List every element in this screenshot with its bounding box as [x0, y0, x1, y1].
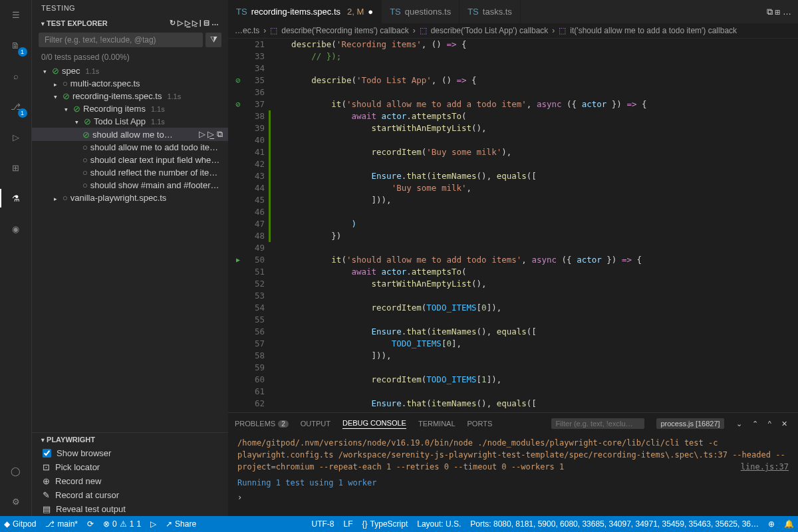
- extensions-icon[interactable]: ⊞: [7, 158, 25, 177]
- dirty-indicator: ●: [368, 7, 373, 17]
- test-explorer-title: TEST EXPLORER: [41, 19, 108, 27]
- tab-problems[interactable]: PROBLEMS2: [235, 420, 289, 428]
- tree-item[interactable]: ○should reflect the number of ite…: [32, 166, 228, 179]
- account-icon[interactable]: ◯: [7, 462, 25, 480]
- tree-item[interactable]: ⊘Recording items1.1s: [32, 102, 228, 115]
- sidebar: TESTING TEST EXPLORER ↻ ▷ ▷̲ ▷̤ | ⊟ … ⧩ …: [32, 0, 228, 516]
- status-gitpod[interactable]: ◆ Gitpod: [4, 519, 36, 529]
- tab-active[interactable]: TS recording-items.spec.ts2, M ●: [228, 0, 382, 23]
- code-editor[interactable]: ⊘⊘▶ 213334353637383940414243444546474849…: [228, 39, 798, 412]
- panel: PROBLEMS2 OUTPUT DEBUG CONSOLE TERMINAL …: [228, 412, 798, 516]
- test-filter-input[interactable]: [39, 33, 203, 47]
- tab-ports[interactable]: PORTS: [467, 420, 493, 428]
- status-debug-start[interactable]: ▷: [150, 519, 156, 529]
- pw-record-cursor[interactable]: ✎Record at cursor: [32, 488, 228, 502]
- tree-item[interactable]: ○should clear text input field whe…: [32, 154, 228, 166]
- ts-icon: TS: [236, 7, 247, 17]
- status-branch[interactable]: ⎇ main*: [45, 519, 78, 529]
- pw-pick-locator[interactable]: ⊡Pick locator: [32, 460, 228, 474]
- tab[interactable]: TStasks.ts: [460, 0, 521, 23]
- tab-bar: TS recording-items.spec.ts2, M ● TSquest…: [228, 0, 798, 23]
- explorer-icon[interactable]: 🗎1: [7, 36, 25, 55]
- github-icon[interactable]: ◉: [7, 219, 25, 238]
- tree-item[interactable]: ○multi-actor.spec.ts: [32, 77, 228, 90]
- pw-reveal-output[interactable]: ▤Reveal test output: [32, 502, 228, 516]
- debug-console-output: /home/gitpod/.nvm/versions/node/v16.19.0…: [228, 434, 798, 516]
- panel-filter-input[interactable]: [551, 418, 644, 429]
- tree-item-selected[interactable]: ⊘should allow me to… ▷ ▷̲ ⧉: [32, 128, 228, 141]
- status-layout[interactable]: Layout: U.S.: [417, 519, 461, 529]
- tree-root[interactable]: ⊘ spec1.1s: [32, 65, 228, 77]
- tree-item[interactable]: ⊘Todo List App1.1s: [32, 115, 228, 128]
- source-control-icon[interactable]: ⎇1: [7, 97, 25, 116]
- tree-item[interactable]: ○should allow me to add todo ite…: [32, 141, 228, 154]
- tab-terminal[interactable]: TERMINAL: [418, 420, 456, 428]
- tab-output[interactable]: OUTPUT: [301, 420, 331, 428]
- tree-item[interactable]: ○vanilla-playwright.spec.ts: [32, 192, 228, 204]
- playwright-title: PLAYWRIGHT: [41, 436, 95, 444]
- show-browser-checkbox[interactable]: [43, 449, 51, 458]
- status-live-share[interactable]: ⊕: [768, 519, 775, 529]
- record-icon: ⊕: [43, 476, 50, 486]
- status-ports[interactable]: Ports: 8080, 8181, 5900, 6080, 33685, 34…: [470, 519, 759, 529]
- tab-debug-console[interactable]: DEBUG CONSOLE: [342, 419, 406, 429]
- search-icon[interactable]: ⌕: [7, 66, 25, 85]
- tree-item[interactable]: ⊘recording-items.spec.ts1.1s: [32, 90, 228, 102]
- pw-show-browser[interactable]: Show browser: [32, 446, 228, 460]
- tests-passed: 0/0 tests passed (0.00%): [32, 50, 228, 65]
- breadcrumb[interactable]: …ec.ts › ⬚describe('Recording items') ca…: [228, 23, 798, 39]
- test-tree: ⊘ spec1.1s ○multi-actor.spec.ts ⊘recordi…: [32, 65, 228, 432]
- output-icon: ▤: [43, 504, 51, 514]
- locator-icon: ⊡: [43, 462, 50, 472]
- debug-prompt[interactable]: ›: [237, 489, 789, 503]
- testing-icon[interactable]: ⚗: [7, 189, 25, 207]
- status-share[interactable]: ↗ Share: [166, 519, 196, 529]
- status-encoding[interactable]: UTF-8: [312, 519, 334, 529]
- editor-actions[interactable]: ⧉ ⊞ …: [760, 7, 798, 17]
- pw-record-new[interactable]: ⊕Record new: [32, 474, 228, 488]
- tree-item-actions[interactable]: ▷ ▷̲ ⧉: [199, 129, 228, 140]
- settings-icon[interactable]: ⚙: [7, 492, 25, 511]
- status-problems[interactable]: ⊗0 ⚠1 1: [103, 519, 141, 529]
- panel-actions[interactable]: ⌄ ⌃ ^ ✕: [736, 420, 791, 428]
- status-bar: ◆ Gitpod ⎇ main* ⟳ ⊗0 ⚠1 1 ▷ ↗ Share UTF…: [0, 516, 798, 532]
- tree-item[interactable]: ○should show #main and #footer…: [32, 179, 228, 192]
- panel-process-select[interactable]: process.js [16827]: [656, 418, 724, 429]
- menu-icon[interactable]: ☰: [7, 5, 25, 24]
- test-explorer-actions[interactable]: ↻ ▷ ▷̲ ▷̤ | ⊟ …: [170, 19, 219, 27]
- filter-icon[interactable]: ⧩: [205, 33, 221, 47]
- activity-bar: ☰ 🗎1 ⌕ ⎇1 ▷ ⊞ ⚗ ◉ ◯ ⚙: [0, 0, 32, 516]
- status-bell[interactable]: 🔔: [784, 519, 794, 529]
- debug-icon[interactable]: ▷: [7, 128, 25, 146]
- sidebar-title: TESTING: [32, 0, 228, 16]
- tab[interactable]: TSquestions.ts: [382, 0, 460, 23]
- cursor-icon: ✎: [43, 490, 50, 500]
- status-sync[interactable]: ⟳: [87, 519, 94, 529]
- status-lang[interactable]: {} TypeScript: [362, 519, 408, 529]
- status-eol[interactable]: LF: [344, 519, 353, 529]
